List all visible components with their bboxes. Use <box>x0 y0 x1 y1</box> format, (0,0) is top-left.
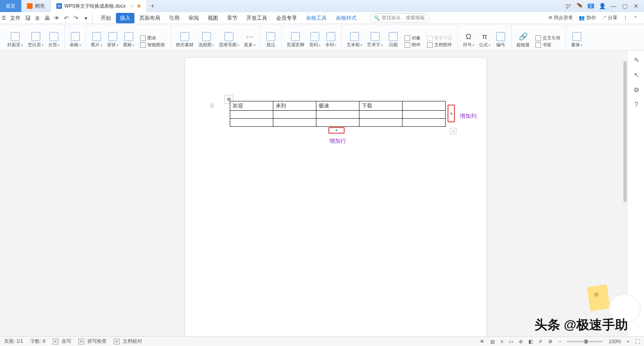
tab-daoke[interactable]: 稻壳 <box>21 0 51 12</box>
rb-hyperlink[interactable]: 🔗超链接 <box>514 31 532 49</box>
page[interactable]: 🗎 ✥ 欢迎 来到 极速 下载 + 增加行 + 增加列 ⤡ <box>185 58 486 336</box>
rb-chart[interactable]: 图表 <box>140 35 165 41</box>
avatar-icon[interactable]: 👤 <box>599 3 605 9</box>
view-page-icon[interactable]: ▤ <box>490 339 495 344</box>
table-row[interactable] <box>230 119 446 127</box>
minimize-button[interactable]: — <box>610 3 617 9</box>
hamburger-icon[interactable]: ☰ <box>2 15 6 21</box>
menu-start[interactable]: 开始 <box>97 13 115 23</box>
scrollbar-thumb[interactable] <box>623 61 627 202</box>
cell[interactable] <box>402 101 446 111</box>
rb-mindmap[interactable]: 思维导图 <box>217 31 242 49</box>
print-preview-icon[interactable]: 👁 <box>54 15 60 21</box>
view-focus-icon[interactable]: ◧ <box>528 339 533 344</box>
cell[interactable]: 极速 <box>316 101 359 111</box>
rb-daoke-assets[interactable]: 稻壳素材 <box>173 31 196 49</box>
menu-review[interactable]: 审阅 <box>184 13 203 23</box>
rb-equation[interactable]: π公式 <box>477 31 493 49</box>
rb-symbol[interactable]: Ω符号 <box>460 31 477 49</box>
file-menu[interactable]: 文件 <box>8 13 23 23</box>
rb-blank[interactable]: 空白页 <box>25 31 46 49</box>
rb-more[interactable]: ⋯更多 <box>242 31 258 49</box>
command-search[interactable]: 🔍 查找命令、搜索模板 <box>369 13 429 23</box>
status-eye-icon[interactable]: 👁 <box>480 339 485 344</box>
save-icon[interactable]: 🖫 <box>25 15 31 21</box>
close-button[interactable]: ✕ <box>633 3 639 9</box>
rb-form[interactable]: 窗体 <box>569 31 585 49</box>
cell[interactable]: 下载 <box>359 101 402 111</box>
rb-shape[interactable]: 形状 <box>105 31 121 49</box>
sidetool-help-icon[interactable]: ? <box>635 101 638 108</box>
collab-button[interactable]: 👥 协作 <box>579 14 596 21</box>
cell[interactable]: 来到 <box>273 101 316 111</box>
sidetool-pen-icon[interactable]: ✎ <box>634 56 639 64</box>
add-tab-button[interactable]: + <box>147 0 159 12</box>
rb-wordart[interactable]: 艺术字 <box>365 31 385 49</box>
menu-more-icon[interactable]: ⋮ <box>623 15 628 21</box>
rb-cover[interactable]: 封面页 <box>5 31 25 49</box>
status-words[interactable]: 字数: 8 <box>30 338 45 345</box>
menu-expand-icon[interactable]: ⌃ <box>634 15 638 21</box>
rb-date[interactable]: 日期 <box>385 31 401 49</box>
menu-table-style[interactable]: 表格样式 <box>332 13 361 23</box>
print-icon[interactable]: 🖶 <box>44 15 50 21</box>
status-rewrite[interactable]: 改写 <box>53 338 71 345</box>
rb-picture[interactable]: 图片 <box>89 31 105 49</box>
rb-smartart[interactable]: 智能图形 <box>140 42 165 48</box>
add-row-button[interactable]: + <box>328 127 345 134</box>
vertical-scrollbar[interactable] <box>623 60 627 205</box>
view-read-icon[interactable]: ▭ <box>509 339 513 344</box>
qat-dropdown-icon[interactable]: ▾ <box>83 15 89 21</box>
save-as-icon[interactable]: 🗎 <box>34 15 41 21</box>
zoom-settings-icon[interactable]: ⚙ <box>548 339 553 344</box>
tab-home[interactable]: 首页 <box>0 0 21 12</box>
status-proof[interactable]: 文档校对 <box>114 338 142 345</box>
rb-pagebreak[interactable]: 分页 <box>46 31 62 49</box>
redo-icon[interactable]: ↷ <box>73 15 79 21</box>
rb-watermark[interactable]: 水印 <box>323 31 339 49</box>
undo-icon[interactable]: ↶ <box>63 15 70 21</box>
cell[interactable]: 欢迎 <box>230 101 273 111</box>
sync-status[interactable]: ⟳ 同步异常 <box>549 14 573 21</box>
sidetool-settings-icon[interactable]: ⚙ <box>634 86 639 94</box>
fullscreen-icon[interactable]: ⛶ <box>635 339 640 344</box>
document-table[interactable]: 欢迎 来到 极速 下载 <box>230 101 446 127</box>
rb-attach[interactable]: 附件 <box>405 42 421 48</box>
sidetool-select-icon[interactable]: ↖ <box>634 71 639 79</box>
zoom-slider[interactable] <box>567 341 603 342</box>
maximize-button[interactable]: ▢ <box>621 3 628 9</box>
menu-dev[interactable]: 开发工具 <box>242 13 271 23</box>
view-web-icon[interactable]: ⊕ <box>519 339 523 344</box>
rb-headerfooter[interactable]: 页眉页脚 <box>284 31 307 49</box>
rb-pagenum[interactable]: 页码 <box>307 31 323 49</box>
rb-iconlib[interactable]: 图标 <box>121 31 137 49</box>
menu-section[interactable]: 章节 <box>223 13 242 23</box>
rb-crossref[interactable]: 交叉引用 <box>535 35 560 41</box>
notif-badge[interactable]: 1 <box>588 4 594 8</box>
table-row[interactable] <box>230 111 446 119</box>
menu-insert[interactable]: 插入 <box>116 13 134 23</box>
rb-comment[interactable]: 批注 <box>263 31 279 49</box>
rb-table[interactable]: 表格 <box>67 31 83 49</box>
table-resize-handle[interactable]: ⤡ <box>450 128 456 134</box>
status-spell[interactable]: 拼写检查 <box>78 338 107 345</box>
menu-reference[interactable]: 引用 <box>165 13 184 23</box>
share-button[interactable]: ↗ 分享 <box>602 14 617 21</box>
view-outline-icon[interactable]: ≡ <box>500 339 503 344</box>
menu-page-layout[interactable]: 页面布局 <box>135 13 164 23</box>
zoom-level[interactable]: 100% <box>609 339 621 344</box>
rb-docparts[interactable]: 文档部件 <box>427 42 452 48</box>
menu-table-tools[interactable]: 表格工具 <box>302 13 331 23</box>
menu-view[interactable]: 视图 <box>204 13 222 23</box>
rb-object[interactable]: 对象 <box>405 35 421 41</box>
rb-textbox[interactable]: 文本框 <box>344 31 365 49</box>
zoom-out-button[interactable]: − <box>558 339 561 344</box>
status-page[interactable]: 页面: 1/1 <box>4 338 23 345</box>
rb-flowchart[interactable]: 流程图 <box>196 31 217 49</box>
rb-numbering[interactable]: 编号 <box>493 31 509 49</box>
view-edit-icon[interactable]: ✐ <box>539 339 543 344</box>
add-col-button[interactable]: + <box>448 105 455 122</box>
table-row[interactable]: 欢迎 来到 极速 下载 <box>230 101 446 111</box>
tab-document[interactable]: W WPS将文字转换成表格.docx ○ <box>51 0 147 12</box>
menu-member[interactable]: 会员专享 <box>272 13 301 23</box>
